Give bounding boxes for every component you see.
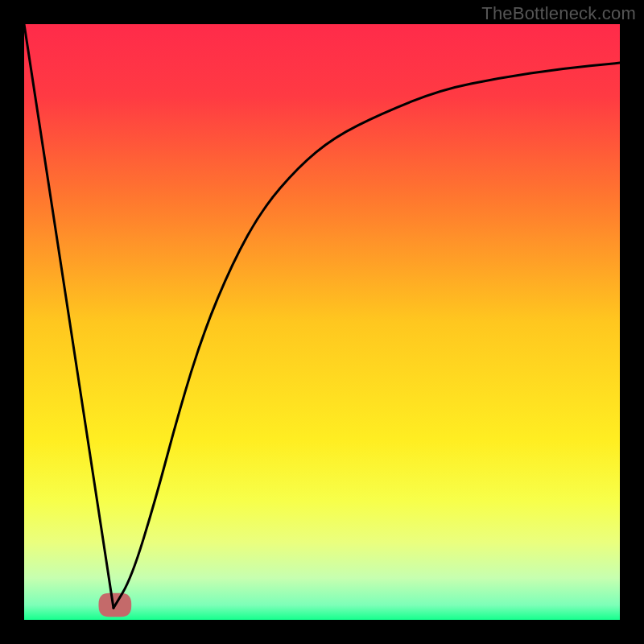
chart-svg [24, 24, 620, 620]
chart-frame: TheBottleneck.com [0, 0, 644, 644]
watermark-text: TheBottleneck.com [481, 3, 636, 24]
plot-area [24, 24, 620, 620]
gradient-background [24, 24, 620, 620]
